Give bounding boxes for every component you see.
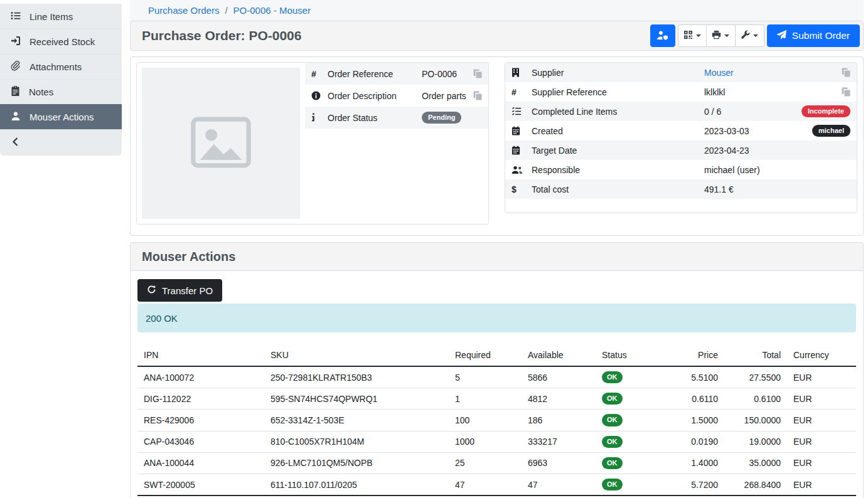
table-row: RES-429006 652-3314Z-1-503E 100 186 OK 1…: [137, 410, 856, 431]
cell-sku: 652-3314Z-1-503E: [264, 410, 449, 431]
sidebar-item-label: Attachments: [29, 61, 82, 72]
supplier-link[interactable]: Mouser: [704, 68, 734, 78]
list-icon: [11, 11, 21, 23]
order-actions-menu-button[interactable]: [736, 24, 764, 47]
clipboard-icon: [11, 86, 20, 98]
copy-icon[interactable]: [473, 91, 482, 100]
detail-value: Pending: [422, 112, 482, 124]
cell-required: 25: [449, 452, 522, 474]
qr-code-icon: [683, 30, 693, 41]
chevron-left-icon: [12, 137, 19, 149]
footer-total-label: Total: [137, 495, 264, 498]
users-icon: [512, 166, 532, 174]
detail-row-order-reference: # Order Reference PO-0006: [305, 63, 488, 85]
info-circle-icon: [311, 91, 328, 100]
supplier-card: Supplier Mouser # Supplier Reference lkl…: [505, 62, 857, 213]
copy-icon[interactable]: [473, 69, 482, 78]
cell-price: 0.0190: [671, 431, 724, 452]
sidebar-item-notes[interactable]: Notes: [0, 79, 122, 104]
detail-label: Supplier: [532, 68, 704, 78]
cell-total: 19.0000: [724, 431, 787, 452]
detail-row-order-description: Order Description Order parts: [305, 85, 488, 107]
cell-available: 186: [522, 410, 596, 431]
hash-icon: #: [311, 69, 328, 79]
detail-value: PO-0006: [422, 69, 473, 79]
cell-currency: EUR: [787, 410, 856, 431]
info-icon: [311, 113, 328, 122]
detail-value: 0 / 6: [704, 107, 801, 117]
sidebar-item-received-stock[interactable]: Received Stock: [0, 29, 122, 54]
cell-total: 150.0000: [724, 410, 787, 431]
order-image-placeholder: [142, 68, 300, 219]
detail-value: 491.1 €: [704, 184, 850, 194]
user-shield-button[interactable]: [650, 24, 675, 47]
cell-available: 47: [522, 474, 596, 495]
cell-ipn: ANA-100044: [137, 452, 264, 474]
cell-price: 5.5100: [671, 366, 724, 388]
sidebar-item-line-items[interactable]: Line Items: [0, 4, 122, 29]
cell-price: 5.7200: [671, 474, 724, 495]
transfer-po-button[interactable]: Transfer PO: [137, 279, 222, 302]
col-header-total: Total: [724, 344, 787, 366]
cell-status: OK: [596, 410, 671, 431]
user-shield-icon: [656, 30, 668, 42]
status-alert: 200 OK: [137, 304, 856, 332]
table-row: DIG-112022 595-SN74HCS74QPWRQ1 1 4812 OK…: [137, 388, 856, 410]
copy-icon[interactable]: [842, 68, 850, 77]
page-title: Purchase Order: PO-0006: [142, 28, 301, 43]
calendar-icon: [512, 126, 532, 135]
breadcrumb-link-purchase-orders[interactable]: Purchase Orders: [148, 5, 219, 16]
status-badge-ok: OK: [602, 457, 623, 469]
sign-in-icon: [11, 36, 21, 48]
breadcrumb-separator: /: [225, 5, 227, 16]
cell-required: 5: [449, 366, 522, 388]
app-root: Line Items Received Stock Attachments No…: [0, 0, 868, 498]
detail-value: lklklkl: [704, 87, 842, 97]
col-header-sku: SKU: [264, 344, 449, 366]
cell-status: OK: [596, 431, 671, 452]
sidebar-item-label: Mouser Actions: [29, 112, 94, 122]
copy-icon[interactable]: [842, 87, 850, 97]
detail-row-supplier: Supplier Mouser: [505, 63, 857, 82]
detail-row-completed-line-items: Completed Line Items 0 / 6 Incomplete: [505, 102, 857, 121]
submit-order-label: Submit Order: [792, 30, 850, 41]
line-items-table: IPN SKU Required Available Status Price …: [137, 344, 856, 498]
print-menu-button[interactable]: [707, 24, 736, 47]
cell-sku: 810-C1005X7R1H104M: [264, 431, 449, 452]
table-header: IPN SKU Required Available Status Price …: [137, 344, 856, 366]
user-icon: [11, 111, 21, 123]
col-header-ipn: IPN: [137, 344, 264, 366]
header-button-group: [678, 24, 764, 47]
cell-available: 5866: [522, 366, 596, 388]
cell-available: 4812: [522, 388, 596, 410]
calendar-icon: [512, 146, 532, 155]
cell-status: OK: [596, 452, 671, 474]
breadcrumb-link-current-order[interactable]: PO-0006 - Mouser: [233, 5, 311, 16]
sidebar-item-mouser-actions[interactable]: Mouser Actions: [0, 104, 122, 129]
barcode-menu-button[interactable]: [678, 24, 707, 47]
cell-price: 1.4000: [671, 452, 724, 474]
dollar-icon: $: [512, 184, 532, 194]
detail-label: Created: [532, 126, 704, 136]
sidebar-collapse-button[interactable]: [0, 129, 122, 156]
cell-sku: 595-SN74HCS74QPWRQ1: [264, 388, 449, 410]
sidebar-item-attachments[interactable]: Attachments: [0, 54, 122, 79]
col-header-currency: Currency: [787, 344, 856, 366]
breadcrumb: Purchase Orders / PO-0006 - Mouser: [130, 0, 864, 21]
building-icon: [512, 68, 532, 77]
section-body: Transfer PO 200 OK IPN SKU Required Avai…: [130, 271, 864, 498]
status-badge-ok: OK: [602, 414, 623, 426]
detail-value: 2023-03-03: [704, 126, 812, 136]
mouser-actions-section: Mouser Actions Transfer PO 200 OK IPN: [130, 242, 864, 498]
detail-value: Order parts: [422, 91, 473, 101]
detail-label: Order Description: [328, 91, 422, 101]
footer-total-value: 501.0000: [724, 495, 787, 498]
submit-order-button[interactable]: Submit Order: [767, 24, 860, 47]
col-header-status: Status: [596, 344, 671, 366]
cell-currency: EUR: [787, 366, 856, 388]
detail-value: michael (user): [704, 165, 850, 175]
detail-label: Total cost: [532, 184, 704, 194]
cell-ipn: DIG-112022: [137, 388, 264, 410]
order-kv-table: # Order Reference PO-0006 Order Descript…: [305, 63, 488, 129]
col-header-available: Available: [522, 344, 596, 366]
